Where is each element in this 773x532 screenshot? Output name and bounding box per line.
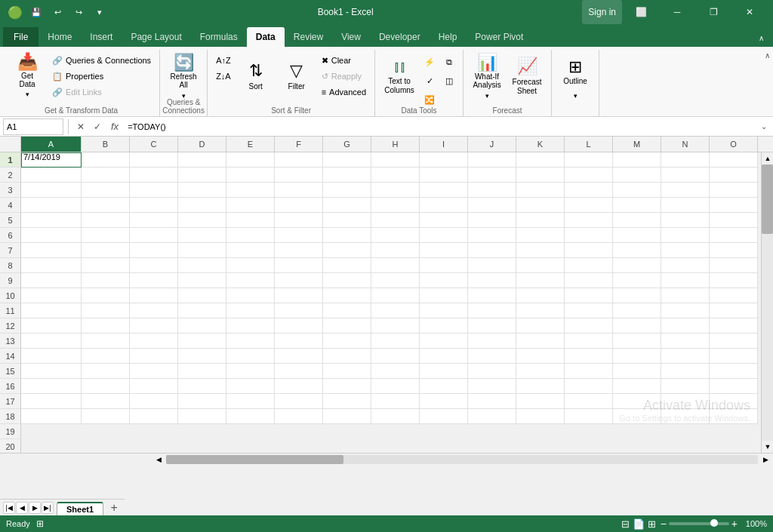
- cell-o1[interactable]: [710, 152, 758, 168]
- cell-m1[interactable]: [613, 152, 661, 168]
- vscroll-down-button[interactable]: ▼: [762, 441, 773, 453]
- cell-j1[interactable]: [468, 152, 516, 168]
- row-num-6[interactable]: 6: [0, 228, 21, 243]
- remove-duplicates-button[interactable]: ⧉: [440, 53, 458, 71]
- formula-cancel-button[interactable]: ✕: [73, 119, 88, 134]
- cell-k1[interactable]: [516, 152, 565, 168]
- cell-l2[interactable]: [565, 168, 613, 183]
- tab-file[interactable]: File: [3, 27, 38, 47]
- cell-g2[interactable]: [323, 168, 371, 183]
- cell-j2[interactable]: [468, 168, 516, 183]
- tab-help[interactable]: Help: [430, 27, 467, 47]
- cell-b2[interactable]: [82, 168, 130, 183]
- tab-home[interactable]: Home: [38, 27, 81, 47]
- zoom-slider[interactable]: [669, 522, 729, 525]
- tab-page-layout[interactable]: Page Layout: [122, 27, 190, 47]
- cell-k2[interactable]: [516, 168, 565, 183]
- get-data-button[interactable]: 📥 GetData ▾: [8, 51, 47, 100]
- ribbon-display-button[interactable]: ⬜: [624, 0, 658, 24]
- cell-c1[interactable]: [130, 152, 178, 168]
- cell-a3[interactable]: [21, 183, 82, 198]
- close-button[interactable]: ✕: [732, 0, 767, 24]
- cell-g1[interactable]: [323, 152, 371, 168]
- sort-za-button[interactable]: Z↓A: [212, 69, 235, 84]
- cell-d1[interactable]: [178, 152, 226, 168]
- col-header-e[interactable]: E: [226, 137, 275, 152]
- col-header-m[interactable]: M: [613, 137, 661, 152]
- col-header-i[interactable]: I: [420, 137, 468, 152]
- vscroll-track[interactable]: [762, 165, 773, 441]
- sheet-nav-next[interactable]: ▶: [29, 502, 41, 514]
- advanced-button[interactable]: ≡ Advanced: [318, 85, 370, 100]
- tab-formulas[interactable]: Formulas: [191, 27, 247, 47]
- col-header-g[interactable]: G: [323, 137, 371, 152]
- filter-button[interactable]: ▽ Filter: [277, 51, 316, 101]
- col-header-o[interactable]: O: [710, 137, 758, 152]
- row-num-11[interactable]: 11: [0, 303, 21, 318]
- cell-o2[interactable]: [710, 168, 758, 183]
- cell-a1[interactable]: 7/14/2019: [21, 152, 82, 168]
- row-num-10[interactable]: 10: [0, 288, 21, 303]
- flash-fill-button[interactable]: ⚡: [420, 53, 439, 71]
- cell-f2[interactable]: [275, 168, 323, 183]
- cell-h2[interactable]: [371, 168, 420, 183]
- row-num-7[interactable]: 7: [0, 243, 21, 258]
- zoom-in-button[interactable]: +: [731, 518, 738, 530]
- what-if-button[interactable]: 📊 What-IfAnalysis ▾: [468, 51, 506, 101]
- zoom-out-button[interactable]: −: [661, 518, 667, 530]
- refresh-all-button[interactable]: 🔄 RefreshAll ▾: [165, 51, 202, 101]
- tab-review[interactable]: Review: [285, 27, 332, 47]
- vertical-scrollbar[interactable]: ▲ ▼: [761, 152, 773, 453]
- cell-c2[interactable]: [130, 168, 178, 183]
- row-num-13[interactable]: 13: [0, 334, 21, 349]
- tab-insert[interactable]: Insert: [81, 27, 122, 47]
- cell-b1[interactable]: [82, 152, 130, 168]
- cell-n1[interactable]: [661, 152, 710, 168]
- row-num-12[interactable]: 12: [0, 318, 21, 334]
- forecast-sheet-button[interactable]: 📈 ForecastSheet: [507, 51, 547, 101]
- cell-e1[interactable]: [226, 152, 275, 168]
- hscroll-track[interactable]: [166, 455, 758, 464]
- vscroll-thumb[interactable]: [762, 165, 773, 234]
- hscroll-left-button[interactable]: ◀: [152, 454, 165, 466]
- formula-confirm-button[interactable]: ✓: [90, 119, 105, 134]
- sort-button[interactable]: ⇅ Sort: [236, 51, 276, 101]
- row-num-16[interactable]: 16: [0, 379, 21, 394]
- row-num-15[interactable]: 15: [0, 364, 21, 379]
- normal-view-icon[interactable]: ⊟: [621, 518, 630, 530]
- sheet-nav-last[interactable]: ▶|: [42, 502, 54, 514]
- col-header-j[interactable]: J: [468, 137, 516, 152]
- hscroll-right-button[interactable]: ▶: [759, 454, 771, 466]
- cell-n2[interactable]: [661, 168, 710, 183]
- ribbon-collapse-button[interactable]: ∧: [752, 29, 770, 47]
- signin-button[interactable]: Sign in: [582, 0, 622, 24]
- row-num-3[interactable]: 3: [0, 183, 21, 198]
- col-header-f[interactable]: F: [275, 137, 323, 152]
- row-num-19[interactable]: 19: [0, 424, 21, 439]
- page-break-view-icon[interactable]: ⊞: [648, 518, 656, 530]
- sheet-nav-first[interactable]: |◀: [3, 502, 15, 514]
- reapply-button[interactable]: ↺ Reapply: [318, 69, 370, 84]
- col-header-a[interactable]: A: [21, 137, 82, 152]
- col-header-k[interactable]: K: [516, 137, 565, 152]
- cell-i1[interactable]: [420, 152, 468, 168]
- cell-e2[interactable]: [226, 168, 275, 183]
- vscroll-up-button[interactable]: ▲: [762, 152, 773, 165]
- cell-i2[interactable]: [420, 168, 468, 183]
- what-if-arrow[interactable]: ▾: [468, 91, 506, 101]
- text-to-columns-button[interactable]: ⫿⫿ Text toColumns: [380, 51, 419, 101]
- cell-h1[interactable]: [371, 152, 420, 168]
- tab-developer[interactable]: Developer: [370, 27, 430, 47]
- row-num-20[interactable]: 20: [0, 439, 21, 453]
- data-validation-button[interactable]: ✓: [420, 72, 439, 90]
- sheet-tab-sheet1[interactable]: Sheet1: [57, 502, 103, 515]
- edit-links-button[interactable]: 🔗 Edit Links: [48, 85, 155, 100]
- row-num-8[interactable]: 8: [0, 258, 21, 273]
- zoom-level[interactable]: 100%: [740, 519, 767, 528]
- cell-m2[interactable]: [613, 168, 661, 183]
- outline-arrow[interactable]: ▾: [556, 91, 594, 101]
- hscroll-thumb[interactable]: [166, 455, 343, 464]
- row-num-18[interactable]: 18: [0, 409, 21, 424]
- cell-d2[interactable]: [178, 168, 226, 183]
- row-num-2[interactable]: 2: [0, 168, 21, 183]
